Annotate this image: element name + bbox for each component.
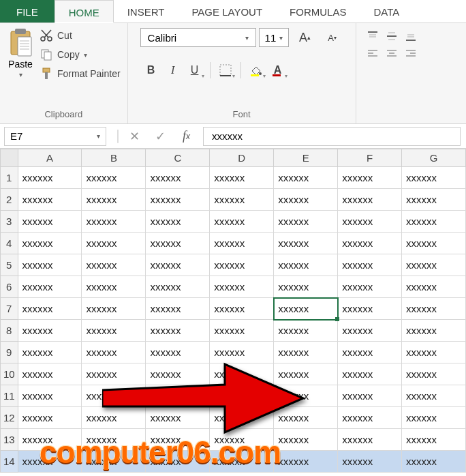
insert-function-button[interactable]: fx (174, 127, 199, 146)
cell[interactable]: xxxxxx (338, 385, 402, 407)
spreadsheet-grid[interactable]: ABCDEFG 1xxxxxxxxxxxxxxxxxxxxxxxxxxxxxxx… (0, 149, 466, 473)
cell[interactable]: xxxxxx (210, 429, 274, 451)
align-top-button[interactable] (363, 27, 382, 45)
cell[interactable]: xxxxxx (146, 254, 210, 276)
cell[interactable]: xxxxxx (18, 189, 82, 211)
row-header[interactable]: 11 (1, 385, 18, 407)
cell[interactable]: xxxxxx (210, 233, 274, 254)
row-header[interactable]: 1 (1, 167, 18, 189)
cell[interactable]: xxxxxx (82, 233, 146, 254)
row-header[interactable]: 9 (1, 342, 18, 363)
cell[interactable]: xxxxxx (210, 211, 274, 233)
tab-page-layout[interactable]: PAGE LAYOUT (178, 0, 276, 23)
cell[interactable]: xxxxxx (146, 363, 210, 385)
cell[interactable]: xxxxxx (274, 385, 338, 407)
row-header[interactable]: 13 (1, 429, 18, 451)
row-header[interactable]: 2 (1, 189, 18, 211)
tab-file[interactable]: FILE (0, 0, 55, 23)
cell[interactable]: xxxxxx (210, 276, 274, 298)
tab-data[interactable]: DATA (360, 0, 413, 23)
row-header[interactable]: 8 (1, 320, 18, 342)
cell[interactable]: xxxxxx (210, 407, 274, 429)
column-header[interactable]: G (402, 149, 466, 167)
format-painter-button[interactable]: Format Painter (40, 67, 121, 80)
font-color-button[interactable]: A ▾ (267, 60, 289, 80)
row-header[interactable]: 7 (1, 298, 18, 320)
cell[interactable]: xxxxxx (146, 320, 210, 342)
italic-button[interactable]: I (162, 60, 184, 80)
cell[interactable]: xxxxxx (146, 167, 210, 189)
column-header[interactable]: A (18, 149, 82, 167)
cell[interactable]: xxxxxx (146, 429, 210, 451)
cell[interactable]: xxxxxx (146, 298, 210, 320)
cell[interactable]: xxxxxx (18, 407, 82, 429)
cell[interactable]: xxxxxx (146, 276, 210, 298)
copy-button[interactable]: Copy ▾ (40, 48, 121, 61)
cell[interactable]: xxxxxx (402, 451, 466, 473)
cell[interactable]: xxxxxx (82, 189, 146, 211)
font-name-select[interactable]: Calibri ▾ (140, 28, 256, 47)
cell[interactable]: xxxxxx (18, 276, 82, 298)
cell[interactable]: xxxxxx (402, 363, 466, 385)
cell[interactable]: xxxxxx (338, 298, 402, 320)
cell[interactable]: xxxxxx (338, 167, 402, 189)
cell[interactable]: xxxxxx (274, 189, 338, 211)
cell[interactable]: xxxxxx (210, 167, 274, 189)
cell[interactable]: xxxxxx (338, 233, 402, 254)
cell[interactable]: xxxxxx (82, 254, 146, 276)
cell[interactable]: xxxxxx (338, 407, 402, 429)
cell[interactable]: xxxxxx (82, 211, 146, 233)
cell[interactable]: xxxxxx (274, 167, 338, 189)
column-header[interactable]: B (82, 149, 146, 167)
column-header[interactable]: E (274, 149, 338, 167)
row-header[interactable]: 6 (1, 276, 18, 298)
align-bottom-button[interactable] (401, 27, 420, 45)
cell[interactable]: xxxxxx (402, 342, 466, 363)
cell[interactable]: xxxxxx (82, 342, 146, 363)
cell[interactable]: xxxxxx (338, 211, 402, 233)
decrease-font-button[interactable]: A▾ (322, 27, 343, 48)
cell[interactable]: xxxxxx (210, 342, 274, 363)
cell[interactable]: xxxxxx (18, 211, 82, 233)
row-header[interactable]: 10 (1, 363, 18, 385)
name-box[interactable]: E7 ▾ (4, 127, 106, 146)
cell[interactable]: xxxxxx (82, 451, 146, 473)
font-size-select[interactable]: 11 ▾ (259, 28, 289, 47)
cell[interactable]: xxxxxx (338, 254, 402, 276)
cell[interactable]: xxxxxx (210, 385, 274, 407)
cell[interactable]: xxxxxx (146, 211, 210, 233)
cell[interactable]: xxxxxx (146, 385, 210, 407)
cell[interactable]: xxxxxx (82, 167, 146, 189)
cell[interactable]: xxxxxx (402, 211, 466, 233)
cell[interactable]: xxxxxx (210, 189, 274, 211)
cell[interactable]: xxxxxx (82, 298, 146, 320)
cell[interactable]: xxxxxx (274, 276, 338, 298)
cell[interactable]: xxxxxx (274, 298, 338, 320)
cell[interactable]: xxxxxx (146, 189, 210, 211)
cell[interactable]: xxxxxx (210, 320, 274, 342)
cell[interactable]: xxxxxx (82, 363, 146, 385)
align-left-button[interactable] (363, 45, 382, 63)
row-header[interactable]: 3 (1, 211, 18, 233)
cell[interactable]: xxxxxx (402, 320, 466, 342)
cell[interactable]: xxxxxx (338, 342, 402, 363)
select-all-corner[interactable] (1, 149, 18, 167)
tab-insert[interactable]: INSERT (114, 0, 178, 23)
cell[interactable]: xxxxxx (18, 385, 82, 407)
cell[interactable]: xxxxxx (274, 429, 338, 451)
cell[interactable]: xxxxxx (18, 363, 82, 385)
cell[interactable]: xxxxxx (274, 451, 338, 473)
cell[interactable]: xxxxxx (82, 320, 146, 342)
cell[interactable]: xxxxxx (146, 407, 210, 429)
cell[interactable]: xxxxxx (18, 298, 82, 320)
cell[interactable]: xxxxxx (338, 320, 402, 342)
column-header[interactable]: C (146, 149, 210, 167)
cell[interactable]: xxxxxx (402, 429, 466, 451)
row-header[interactable]: 4 (1, 233, 18, 254)
paste-button[interactable]: Paste ▾ (7, 27, 34, 78)
cell[interactable]: xxxxxx (402, 233, 466, 254)
column-header[interactable]: D (210, 149, 274, 167)
cell[interactable]: xxxxxx (402, 276, 466, 298)
cell[interactable]: xxxxxx (82, 429, 146, 451)
fill-color-button[interactable]: ▾ (245, 60, 267, 80)
